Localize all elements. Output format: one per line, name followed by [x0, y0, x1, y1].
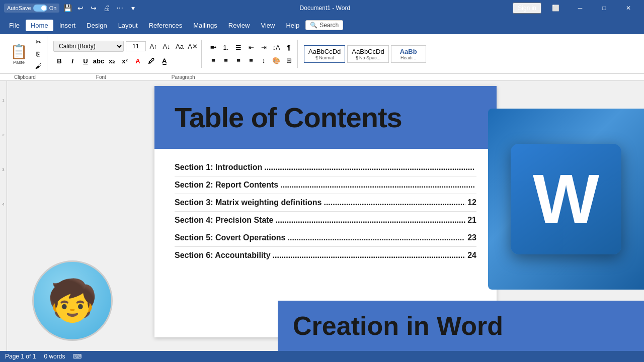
- bottom-overlay-text: Creation in Word: [293, 311, 503, 340]
- cut-button[interactable]: ✂: [33, 36, 44, 47]
- toc-text-4: Section 4: Precision State: [175, 216, 274, 225]
- document-title: Document1 - Word: [300, 5, 350, 12]
- font-size-input[interactable]: [126, 41, 146, 51]
- word-count: 0 words: [44, 353, 65, 360]
- menu-insert[interactable]: Insert: [54, 20, 81, 31]
- style-no-space-label: ¶ No Spac...: [356, 55, 380, 60]
- superscript-button[interactable]: x²: [119, 55, 131, 67]
- increase-indent-button[interactable]: ⇥: [258, 42, 269, 53]
- document: Table of Contents Section 1: Introductio…: [154, 86, 497, 337]
- word-logo-box: W: [511, 144, 621, 254]
- numbering-button[interactable]: 1.: [220, 42, 231, 53]
- signin-button[interactable]: Sign in: [513, 3, 541, 14]
- style-normal[interactable]: AaBbCcDd ¶ Normal: [304, 45, 345, 63]
- font-group-label: Font: [86, 74, 116, 80]
- multilevel-list-button[interactable]: ☰: [233, 42, 244, 53]
- ribbon-display-icon[interactable]: ⬜: [544, 0, 568, 16]
- italic-button[interactable]: I: [66, 55, 78, 67]
- toggle-knob: [41, 6, 46, 11]
- bottom-overlay: Creation in Word: [278, 301, 644, 351]
- style-normal-label: ¶ Normal: [315, 55, 334, 60]
- avatar-face: 🧒: [47, 281, 98, 321]
- menu-view[interactable]: View: [256, 20, 280, 31]
- clear-format-button[interactable]: A✕: [187, 41, 198, 52]
- sort-button[interactable]: ↕A: [271, 42, 282, 53]
- toc-entry-3: Section 3: Matrix weighting definitions …: [175, 194, 476, 212]
- redo-icon[interactable]: ↪: [90, 4, 98, 12]
- toc-entry-1: Section 1: Introduction ................…: [175, 159, 476, 176]
- maximize-button[interactable]: □: [593, 0, 616, 16]
- justify-button[interactable]: ≡: [246, 55, 257, 66]
- format-painter-button[interactable]: 🖌: [33, 60, 44, 71]
- menu-design[interactable]: Design: [82, 20, 112, 31]
- paste-button[interactable]: 📋 Paste: [7, 41, 31, 67]
- toc-entry-4: Section 4: Precision State .............…: [175, 212, 476, 229]
- toc-entry-5: Section 5: Covert Operations ...........…: [175, 229, 476, 247]
- menu-layout[interactable]: Layout: [113, 20, 143, 31]
- document-header: Table of Contents: [154, 86, 497, 149]
- more-icon[interactable]: ▾: [129, 4, 137, 12]
- language-icon: ⌨: [73, 353, 82, 360]
- subscript-button[interactable]: x₂: [106, 55, 118, 67]
- decrease-indent-button[interactable]: ⇤: [246, 42, 257, 53]
- toc-page-4: 21: [467, 216, 476, 225]
- toc-page-3: 12: [467, 198, 476, 207]
- quick-access-toolbar: 💾 ↩ ↪ 🖨 ⋯ ▾: [63, 4, 137, 12]
- line-spacing-button[interactable]: ↕: [258, 55, 269, 66]
- menu-references[interactable]: References: [144, 20, 187, 31]
- format-row: B I U abc x₂ x² A 🖊 A̲: [53, 55, 198, 67]
- style-heading-label: Headi...: [400, 55, 416, 60]
- customize-icon[interactable]: ⋯: [116, 4, 124, 12]
- autosave-state: On: [49, 5, 57, 11]
- toc-entry-2: Section 2: Report Contents .............…: [175, 176, 476, 194]
- align-left-button[interactable]: ≡: [208, 55, 219, 66]
- title-bar-right: Sign in ⬜ ─ □ ✕: [513, 0, 640, 16]
- show-hide-button[interactable]: ¶: [283, 42, 294, 53]
- toc-body: Section 1: Introduction ................…: [154, 149, 497, 274]
- print-preview-icon[interactable]: 🖨: [103, 4, 111, 12]
- shading-button[interactable]: 🎨: [271, 55, 282, 66]
- menu-help[interactable]: Help: [281, 20, 304, 31]
- font-family-selector[interactable]: Calibri (Body): [53, 41, 124, 52]
- autosave-label: AutoSave: [7, 5, 31, 11]
- clipboard-label: Clipboard: [4, 74, 46, 80]
- bold-button[interactable]: B: [53, 55, 65, 67]
- font-color-button[interactable]: A: [132, 55, 144, 67]
- style-heading[interactable]: AaBb Headi...: [391, 45, 426, 63]
- toc-text-2: Section 2: Report Contents: [175, 180, 278, 190]
- undo-icon[interactable]: ↩: [76, 4, 85, 12]
- save-icon[interactable]: 💾: [63, 4, 71, 12]
- autosave-toggle[interactable]: AutoSave On: [4, 4, 59, 13]
- avatar-container: 🧒: [22, 240, 123, 351]
- document-area: Table of Contents Section 1: Introductio…: [7, 81, 644, 351]
- word-logo-overlay: W: [488, 109, 644, 290]
- bullets-button[interactable]: ≡•: [208, 42, 219, 53]
- toc-text-1: Section 1: Introduction: [175, 163, 262, 172]
- menu-home[interactable]: Home: [26, 20, 53, 31]
- strikethrough-button[interactable]: abc: [93, 55, 105, 67]
- paragraph-group: ≡• 1. ☰ ⇤ ⇥ ↕A ¶ ≡ ≡ ≡ ≡ ↕ 🎨 ⊞: [205, 40, 298, 68]
- menu-mailings[interactable]: Mailings: [188, 20, 222, 31]
- increase-font-button[interactable]: A↑: [148, 41, 159, 52]
- menu-review[interactable]: Review: [223, 20, 255, 31]
- copy-button[interactable]: ⎘: [33, 48, 44, 59]
- underline-button[interactable]: U: [79, 55, 92, 67]
- page-info: Page 1 of 1: [5, 353, 36, 360]
- clipboard-group: 📋 Paste ✂ ⎘ 🖌: [4, 36, 47, 71]
- minimize-button[interactable]: ─: [569, 0, 592, 16]
- style-no-space[interactable]: AaBbCcDd ¶ No Spac...: [347, 45, 388, 63]
- window-controls: ⬜ ─ □ ✕: [544, 0, 640, 16]
- search-box[interactable]: 🔍 Search: [305, 20, 343, 30]
- text-color-button[interactable]: A̲: [158, 55, 170, 67]
- decrease-font-button[interactable]: A↓: [161, 41, 172, 52]
- borders-button[interactable]: ⊞: [283, 55, 294, 66]
- change-case-button[interactable]: Aa: [174, 41, 185, 52]
- align-right-button[interactable]: ≡: [233, 55, 244, 66]
- autosave-toggle-switch[interactable]: [33, 5, 47, 12]
- close-button[interactable]: ✕: [617, 0, 640, 16]
- toolbar: 📋 Paste ✂ ⎘ 🖌 Calibri (Body) A↑ A↓ Aa A✕…: [0, 34, 644, 74]
- paste-label: Paste: [13, 60, 25, 65]
- highlight-button[interactable]: 🖊: [145, 55, 157, 67]
- menu-file[interactable]: File: [4, 20, 25, 31]
- align-center-button[interactable]: ≡: [220, 55, 231, 66]
